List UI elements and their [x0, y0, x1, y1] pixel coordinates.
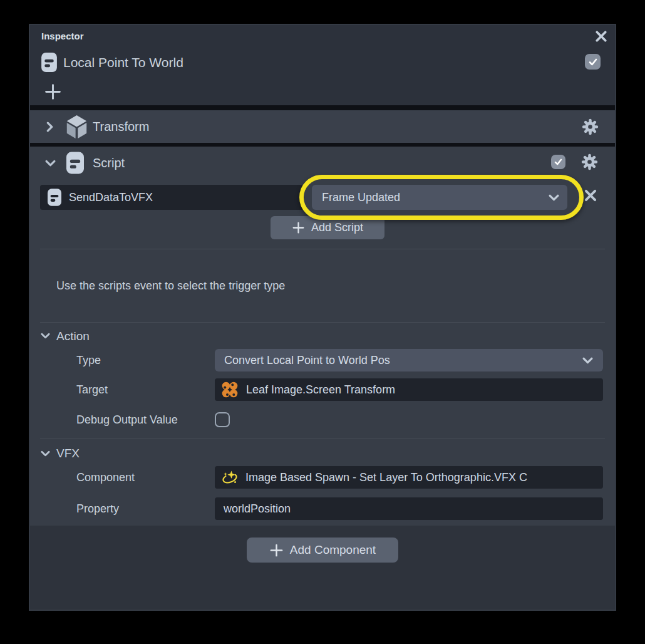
script-section-icon — [66, 152, 84, 174]
check-icon — [554, 158, 562, 165]
object-enabled-checkbox[interactable] — [585, 54, 601, 70]
plus-icon — [269, 543, 284, 558]
inspector-header: Inspector Local Point To World — [30, 25, 615, 105]
component-label: Component — [76, 470, 135, 485]
plus-icon — [292, 221, 305, 234]
quad-leaf-icon — [221, 381, 239, 398]
script-item-icon — [48, 189, 61, 206]
x-icon — [584, 189, 597, 202]
inspector-footer: Add Component — [30, 526, 615, 610]
add-script-label: Add Script — [311, 221, 363, 234]
close-icon — [595, 30, 607, 43]
hint-text: Use the scripts event to select the trig… — [56, 279, 285, 293]
section-transform-header[interactable]: Transform — [30, 110, 615, 143]
chevron-down-icon — [549, 194, 559, 201]
add-component-label: Add Component — [290, 543, 376, 557]
action-group-label: Action — [56, 329, 90, 344]
script-event-dropdown[interactable]: Frame Updated — [312, 185, 567, 210]
property-label: Property — [76, 501, 119, 516]
close-button[interactable] — [595, 30, 607, 43]
debug-output-label: Debug Output Value — [76, 412, 178, 427]
divider — [40, 249, 605, 249]
remove-script-button[interactable] — [584, 189, 597, 202]
chevron-down-icon[interactable] — [41, 333, 50, 339]
target-label: Target — [76, 382, 108, 397]
divider — [40, 322, 605, 323]
vfx-group-label: VFX — [56, 446, 80, 461]
add-component-button[interactable]: Add Component — [247, 538, 398, 563]
plus-icon — [44, 83, 62, 101]
chevron-down-icon[interactable] — [45, 160, 56, 167]
script-event-value: Frame Updated — [322, 191, 400, 204]
sparkle-icon — [220, 468, 239, 487]
script-item-name: SendDataToVFX — [69, 191, 153, 204]
debug-output-checkbox[interactable] — [215, 412, 230, 427]
script-object-icon — [41, 53, 57, 72]
check-icon — [589, 58, 597, 66]
transform-section-label: Transform — [93, 110, 149, 143]
action-target-field[interactable]: Leaf Image.Screen Transform — [215, 378, 603, 401]
action-type-dropdown[interactable]: Convert Local Point to World Pos — [215, 349, 603, 371]
add-button[interactable] — [44, 83, 62, 101]
script-name-field[interactable]: SendDataToVFX — [40, 185, 304, 210]
vfx-property-value: worldPosition — [224, 502, 291, 516]
transform-settings-gear-icon[interactable] — [582, 118, 599, 135]
script-settings-gear-icon[interactable] — [581, 153, 598, 170]
panel-title: Inspector — [41, 31, 84, 41]
script-section-label: Script — [93, 147, 125, 179]
inspector-panel: Inspector Local Point To World — [30, 25, 615, 610]
section-script: Script — [30, 147, 615, 526]
script-enabled-checkbox[interactable] — [551, 155, 565, 169]
action-target-value: Leaf Image.Screen Transform — [246, 383, 395, 397]
chevron-right-icon[interactable] — [46, 122, 53, 132]
vfx-property-field[interactable]: worldPosition — [215, 497, 603, 520]
transform-cube-icon — [65, 114, 88, 140]
action-type-value: Convert Local Point to World Pos — [224, 354, 390, 367]
divider — [40, 439, 605, 439]
chevron-down-icon[interactable] — [41, 450, 50, 457]
add-script-button[interactable]: Add Script — [271, 216, 384, 239]
chevron-down-icon — [582, 357, 593, 364]
vfx-component-value: Image Based Spawn - Set Layer To Orthogr… — [245, 471, 527, 484]
type-label: Type — [76, 353, 101, 368]
object-name: Local Point To World — [63, 53, 183, 72]
vfx-component-field[interactable]: Image Based Spawn - Set Layer To Orthogr… — [215, 466, 603, 489]
